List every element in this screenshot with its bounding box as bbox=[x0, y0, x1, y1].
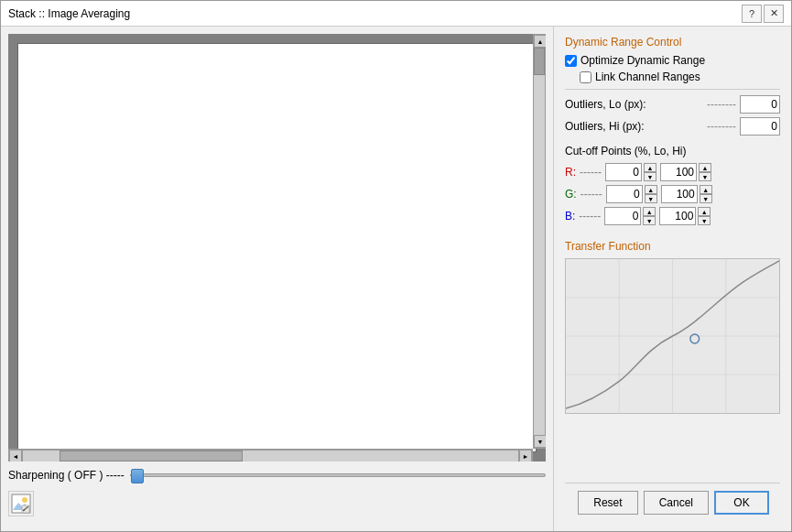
vertical-scrollbar[interactable]: ▲ ▼ bbox=[533, 34, 546, 449]
cutoff-b-lo-arrows: ▲ ▼ bbox=[643, 207, 656, 225]
main-window: Stack :: Image Averaging ? ✕ ▲ ▼ bbox=[0, 0, 792, 532]
sharpening-label: Sharpening ( OFF ) ----- bbox=[8, 469, 125, 482]
horizontal-scrollbar[interactable]: ◄ ► bbox=[8, 449, 533, 461]
outliers-lo-dashes: -------- bbox=[707, 98, 736, 111]
cutoff-section: Cut-off Points (%, Lo, Hi) R: ------ ▲ ▼ bbox=[565, 145, 780, 229]
photo-icon bbox=[11, 494, 31, 514]
cutoff-b-lo-input[interactable] bbox=[604, 207, 641, 225]
cutoff-g-hi-group: ▲ ▼ bbox=[661, 185, 712, 203]
scroll-left-arrow[interactable]: ◄ bbox=[9, 450, 22, 461]
window-title: Stack :: Image Averaging bbox=[8, 7, 130, 20]
cancel-button[interactable]: Cancel bbox=[644, 491, 709, 515]
title-bar-left: Stack :: Image Averaging bbox=[8, 7, 130, 20]
cutoff-g-lo-up[interactable]: ▲ bbox=[645, 185, 657, 194]
sharpening-row: Sharpening ( OFF ) ----- bbox=[8, 467, 546, 483]
left-panel: ▲ ▼ ◄ ► Sharpe bbox=[1, 27, 553, 531]
svg-point-13 bbox=[690, 334, 700, 343]
outliers-lo-label: Outliers, Lo (px): bbox=[565, 98, 707, 111]
divider-1 bbox=[565, 89, 780, 90]
transfer-section: Transfer Function bbox=[565, 240, 780, 483]
title-bar-buttons: ? ✕ bbox=[742, 5, 784, 23]
optimize-label[interactable]: Optimize Dynamic Range bbox=[580, 54, 705, 67]
cutoff-r-hi-arrows: ▲ ▼ bbox=[699, 163, 711, 181]
cutoff-b-lo-up[interactable]: ▲ bbox=[643, 207, 656, 216]
cutoff-r-hi-up[interactable]: ▲ bbox=[699, 163, 711, 172]
outliers-lo-row: Outliers, Lo (px): -------- bbox=[565, 95, 780, 114]
cutoff-r-row: R: ------ ▲ ▼ ▲ ▼ bbox=[565, 163, 780, 181]
bottom-controls: Sharpening ( OFF ) ----- bbox=[8, 461, 546, 524]
cutoff-g-dashes: ------ bbox=[580, 188, 602, 201]
cutoff-g-lo-down[interactable]: ▼ bbox=[645, 194, 657, 203]
cutoff-g-hi-arrows: ▲ ▼ bbox=[700, 185, 712, 203]
scroll-down-arrow[interactable]: ▼ bbox=[534, 435, 546, 448]
outliers-hi-input[interactable] bbox=[740, 117, 780, 136]
cutoff-g-hi-down[interactable]: ▼ bbox=[700, 194, 712, 203]
sharpening-slider-thumb[interactable] bbox=[131, 469, 144, 483]
outliers-lo-input[interactable] bbox=[740, 95, 780, 114]
reset-button[interactable]: Reset bbox=[578, 491, 637, 515]
link-channel-row: Link Channel Ranges bbox=[565, 71, 780, 83]
scroll-right-arrow[interactable]: ► bbox=[519, 450, 532, 461]
outliers-hi-row: Outliers, Hi (px): -------- bbox=[565, 117, 780, 136]
image-canvas bbox=[17, 43, 537, 452]
cutoff-g-lo-arrows: ▲ ▼ bbox=[645, 185, 657, 203]
transfer-title: Transfer Function bbox=[565, 240, 780, 253]
cutoff-b-dashes: ------ bbox=[579, 210, 601, 223]
cutoff-b-hi-arrows: ▲ ▼ bbox=[698, 207, 711, 225]
outliers-hi-dashes: -------- bbox=[707, 120, 736, 133]
cutoff-b-hi-group: ▲ ▼ bbox=[659, 207, 711, 225]
cutoff-r-dashes: ------ bbox=[580, 166, 602, 179]
dynamic-range-title: Dynamic Range Control bbox=[565, 36, 780, 49]
transfer-graph bbox=[565, 258, 780, 414]
cutoff-title: Cut-off Points (%, Lo, Hi) bbox=[565, 145, 780, 157]
cutoff-r-lo-input[interactable] bbox=[605, 163, 642, 181]
cutoff-b-hi-down[interactable]: ▼ bbox=[698, 216, 711, 225]
cutoff-b-hi-input[interactable] bbox=[659, 207, 696, 225]
cutoff-r-lo-arrows: ▲ ▼ bbox=[644, 163, 656, 181]
link-channels-checkbox[interactable] bbox=[580, 71, 591, 83]
cutoff-r-lo-down[interactable]: ▼ bbox=[644, 172, 656, 181]
right-panel: Dynamic Range Control Optimize Dynamic R… bbox=[553, 27, 791, 531]
cutoff-r-lo-up[interactable]: ▲ bbox=[644, 163, 656, 172]
svg-point-3 bbox=[22, 497, 27, 503]
cutoff-b-hi-up[interactable]: ▲ bbox=[698, 207, 711, 216]
scroll-up-arrow[interactable]: ▲ bbox=[534, 35, 546, 48]
cutoff-b-lo-group: ▲ ▼ bbox=[604, 207, 656, 225]
optimize-row: Optimize Dynamic Range bbox=[565, 54, 780, 67]
main-content: ▲ ▼ ◄ ► Sharpe bbox=[1, 27, 791, 531]
cutoff-g-hi-input[interactable] bbox=[661, 185, 698, 203]
outliers-hi-label: Outliers, Hi (px): bbox=[565, 120, 707, 133]
dynamic-range-section: Dynamic Range Control Optimize Dynamic R… bbox=[565, 36, 780, 139]
cutoff-g-lo-input[interactable] bbox=[606, 185, 643, 203]
cutoff-b-lo-down[interactable]: ▼ bbox=[643, 216, 656, 225]
icon-row bbox=[8, 487, 546, 520]
cutoff-r-hi-group: ▲ ▼ bbox=[660, 163, 711, 181]
close-button[interactable]: ✕ bbox=[764, 5, 784, 23]
cutoff-r-hi-down[interactable]: ▼ bbox=[699, 172, 711, 181]
sharpening-slider-track[interactable] bbox=[130, 473, 546, 477]
link-channels-label[interactable]: Link Channel Ranges bbox=[595, 71, 700, 83]
transfer-svg bbox=[566, 259, 779, 413]
cutoff-r-hi-input[interactable] bbox=[660, 163, 697, 181]
cutoff-g-row: G: ------ ▲ ▼ ▲ ▼ bbox=[565, 185, 780, 203]
image-area-wrapper: ▲ ▼ ◄ ► bbox=[8, 34, 546, 461]
cutoff-b-row: B: ------ ▲ ▼ ▲ ▼ bbox=[565, 207, 780, 225]
cutoff-b-label: B: bbox=[565, 210, 575, 223]
ok-button[interactable]: OK bbox=[714, 491, 769, 515]
horizontal-scroll-track[interactable] bbox=[22, 450, 519, 461]
optimize-checkbox[interactable] bbox=[565, 55, 577, 67]
cutoff-g-label: G: bbox=[565, 188, 577, 201]
cutoff-r-lo-group: ▲ ▼ bbox=[605, 163, 656, 181]
help-button[interactable]: ? bbox=[742, 5, 762, 23]
title-bar: Stack :: Image Averaging ? ✕ bbox=[1, 1, 791, 27]
bottom-buttons: Reset Cancel OK bbox=[565, 483, 780, 522]
cutoff-r-label: R: bbox=[565, 166, 576, 179]
cutoff-g-hi-up[interactable]: ▲ bbox=[700, 185, 712, 194]
vertical-scroll-thumb[interactable] bbox=[534, 48, 545, 75]
cutoff-g-lo-group: ▲ ▼ bbox=[606, 185, 657, 203]
tool-icon-image[interactable] bbox=[8, 491, 34, 516]
horizontal-scroll-thumb[interactable] bbox=[60, 451, 243, 461]
